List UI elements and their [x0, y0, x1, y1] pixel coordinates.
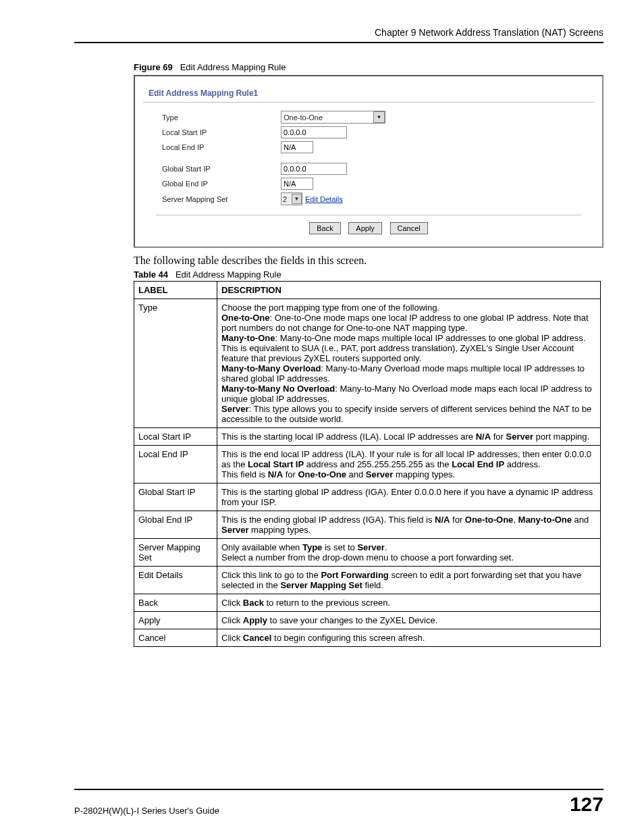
table-row: BackClick Back to return to the previous…: [134, 594, 601, 612]
cell-description: This is the end local IP address (ILA). …: [217, 446, 601, 484]
cell-label: Local End IP: [134, 446, 217, 484]
table-row: Server Mapping SetOnly available when Ty…: [134, 539, 601, 567]
back-button[interactable]: Back: [309, 222, 340, 234]
cell-description: Click Cancel to begin configuring this s…: [217, 629, 601, 647]
global-start-ip-label: Global Start IP: [162, 165, 281, 173]
type-label: Type: [162, 113, 281, 122]
figure-title: Edit Address Mapping Rule: [180, 62, 286, 72]
table-caption-title: Edit Address Mapping Rule: [176, 269, 281, 280]
cell-label: Cancel: [134, 629, 217, 647]
panel-title: Edit Address Mapping Rule1: [143, 86, 594, 103]
cell-label: Edit Details: [134, 567, 217, 594]
global-start-ip-input[interactable]: [281, 163, 347, 175]
apply-button[interactable]: Apply: [348, 222, 382, 234]
table-row: ApplyClick Apply to save your changes to…: [134, 612, 601, 629]
table-row: Edit DetailsClick this link to go to the…: [134, 567, 601, 594]
cell-description: Click this link to go to the Port Forwar…: [217, 567, 601, 594]
figure-number: Figure 69: [134, 62, 173, 72]
table-row: Global End IPThis is the ending global I…: [134, 511, 601, 539]
type-select[interactable]: One-to-One ▼: [281, 111, 385, 124]
table-row: Global Start IPThis is the starting glob…: [134, 484, 601, 511]
page-footer: P-2802H(W)(L)-I Series User's Guide 127: [74, 789, 603, 816]
footer-guide-name: P-2802H(W)(L)-I Series User's Guide: [74, 806, 219, 816]
table-caption: Table 44 Edit Address Mapping Rule: [134, 269, 603, 280]
table-row: Local End IPThis is the end local IP add…: [134, 446, 601, 484]
type-select-value: One-to-One: [284, 113, 323, 122]
cell-description: This is the ending global IP address (IG…: [217, 511, 601, 539]
server-mapping-set-label: Server Mapping Set: [162, 195, 281, 203]
cell-label: Global Start IP: [134, 484, 217, 511]
cell-description: Only available when Type is set to Serve…: [217, 539, 601, 567]
local-start-ip-label: Local Start IP: [162, 128, 281, 136]
th-label: LABEL: [134, 282, 217, 299]
chevron-down-icon[interactable]: ▼: [373, 111, 385, 123]
local-end-ip-input[interactable]: [281, 141, 313, 153]
cell-description: Click Apply to save your changes to the …: [217, 612, 601, 629]
chapter-header: Chapter 9 Network Address Translation (N…: [74, 27, 603, 43]
button-row: Back Apply Cancel: [143, 221, 594, 234]
cell-label: Back: [134, 594, 217, 612]
cell-description: This is the starting global IP address (…: [217, 484, 601, 511]
table-number: Table 44: [134, 269, 168, 280]
cell-label: Local Start IP: [134, 428, 217, 446]
cell-description: This is the starting local IP address (I…: [217, 428, 601, 446]
page-number: 127: [570, 793, 603, 816]
cell-label: Type: [134, 299, 217, 428]
cell-label: Global End IP: [134, 511, 217, 539]
global-end-ip-input[interactable]: [281, 178, 313, 190]
table-row: TypeChoose the port mapping type from on…: [134, 299, 601, 428]
global-end-ip-label: Global End IP: [162, 180, 281, 188]
th-description: DESCRIPTION: [217, 282, 601, 299]
screenshot-frame: Edit Address Mapping Rule1 Type One-to-O…: [134, 75, 603, 248]
table-row: CancelClick Cancel to begin configuring …: [134, 629, 601, 647]
table-row: Local Start IPThis is the starting local…: [134, 428, 601, 446]
lead-text: The following table describes the fields…: [134, 255, 603, 267]
separator: [157, 215, 581, 215]
figure-caption: Figure 69 Edit Address Mapping Rule: [134, 62, 603, 72]
cancel-button[interactable]: Cancel: [390, 222, 428, 234]
server-mapping-set-value: 2: [283, 195, 287, 203]
cell-description: Click Back to return to the previous scr…: [217, 594, 601, 612]
server-mapping-set-select[interactable]: 2 ▼: [281, 192, 302, 205]
local-start-ip-input[interactable]: [281, 126, 347, 138]
chevron-down-icon[interactable]: ▼: [292, 194, 302, 204]
local-end-ip-label: Local End IP: [162, 143, 281, 151]
description-table: LABEL DESCRIPTION TypeChoose the port ma…: [134, 281, 601, 647]
edit-details-link[interactable]: Edit Details: [305, 195, 343, 203]
cell-description: Choose the port mapping type from one of…: [217, 299, 601, 428]
cell-label: Apply: [134, 612, 217, 629]
cell-label: Server Mapping Set: [134, 539, 217, 567]
